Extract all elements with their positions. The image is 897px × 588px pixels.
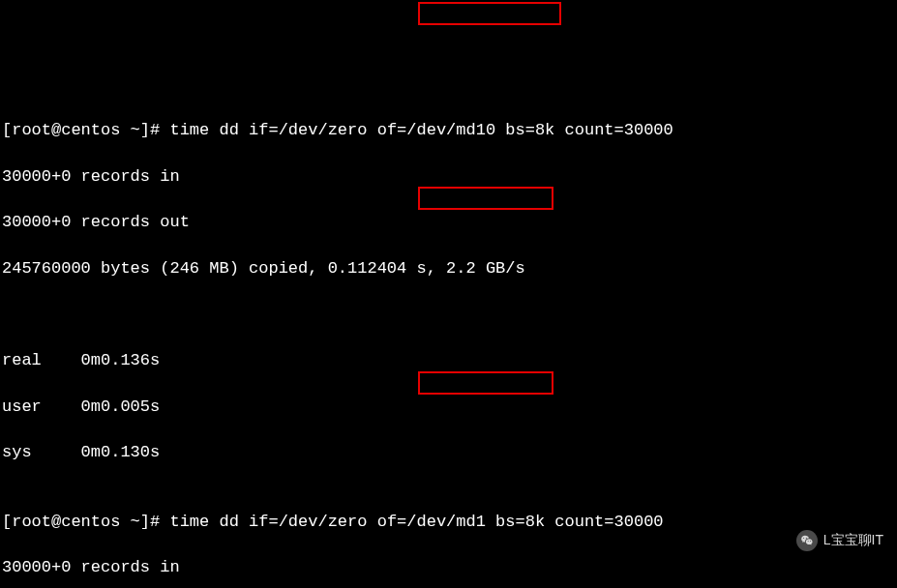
records-in: 30000+0 records in: [2, 165, 895, 189]
watermark: L宝宝聊IT: [796, 530, 883, 551]
time-real: real 0m0.136s: [2, 349, 895, 372]
cmd-of-arg: of=/dev/md10: [377, 121, 495, 139]
cmd-of-arg: of=/dev/md1: [377, 513, 486, 531]
highlight-box: [418, 187, 553, 210]
cmd-pre: time dd if=/dev/zero: [169, 121, 376, 139]
terminal-line: [root@centos ~]# time dd if=/dev/zero of…: [2, 119, 895, 142]
cmd-post: bs=8k count=30000: [486, 513, 664, 531]
cmd-post: bs=8k count=30000: [495, 121, 673, 139]
prompt: [root@centos ~]#: [2, 121, 169, 139]
highlight-box: [418, 2, 561, 25]
blank-line: [2, 303, 895, 326]
prompt: [root@centos ~]#: [2, 513, 169, 531]
highlight-box: [418, 371, 553, 395]
cmd-pre: time dd if=/dev/zero: [169, 513, 376, 531]
copy-summary: 245760000 bytes (246 MB) copied, 0.11240…: [2, 257, 895, 280]
records-out: 30000+0 records out: [2, 211, 895, 234]
watermark-text: L宝宝聊IT: [823, 531, 883, 550]
time-user: user 0m0.005s: [2, 396, 895, 419]
time-sys: sys 0m0.130s: [2, 441, 895, 464]
terminal-line: [root@centos ~]# time dd if=/dev/zero of…: [2, 511, 895, 534]
records-in: 30000+0 records in: [2, 556, 895, 579]
wechat-icon: [796, 530, 818, 551]
